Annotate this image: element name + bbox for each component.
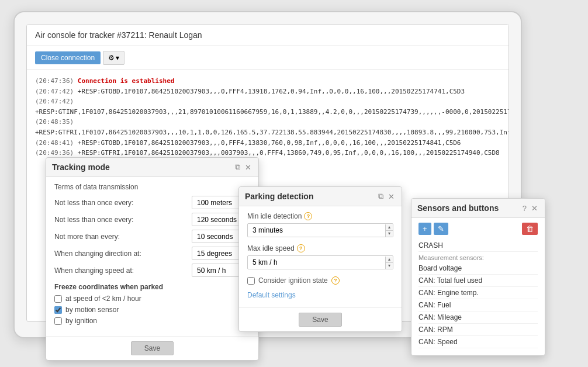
- freeze-motion-checkbox[interactable]: [54, 306, 62, 314]
- plus-icon: +: [423, 224, 427, 233]
- form-row-meters: Not less than once every: 100 meters ▴ ▾: [54, 196, 250, 209]
- max-speed-select[interactable]: 5 km / h ▴ ▾: [247, 255, 393, 269]
- sensors-title: Sensors and buttons: [417, 203, 499, 213]
- parking-footer: Save: [239, 307, 402, 331]
- settings-button[interactable]: ⚙ ▾: [103, 51, 124, 65]
- sensor-speed: CAN: Speed: [418, 336, 538, 348]
- seconds-max-value: 10 seconds: [192, 231, 242, 243]
- sensors-header: Sensors and buttons ? ✕: [411, 199, 545, 218]
- freeze-section: Freeze coordinates when parked at speed …: [54, 283, 250, 325]
- sensors-buttons-panel: Sensors and buttons ? ✕ + ✎ 🗑: [411, 198, 545, 356]
- parking-detection-panel: Parking detection ⧉ ✕ Min idle detection…: [238, 186, 402, 332]
- min-idle-value: 3 minutes: [248, 224, 385, 237]
- sensors-close-button[interactable]: ✕: [530, 204, 539, 213]
- console-line: (20:47:42) +RESP:GTOBD,1F0107,8642510200…: [35, 86, 500, 97]
- max-speed-help-icon[interactable]: ?: [297, 244, 305, 252]
- close-icon: ✕: [388, 192, 395, 201]
- parking-save-button[interactable]: Save: [299, 313, 341, 327]
- freeze-speed-checkbox[interactable]: [54, 295, 62, 303]
- tracking-mode-panel: Tracking mode ⧉ ✕ Terms of data transmis…: [46, 157, 259, 361]
- form-row-speed: When changing speed at: 50 km / h ▴ ▾: [54, 264, 250, 277]
- close-icon: ✕: [245, 163, 251, 172]
- form-label-meters: Not less than once every:: [54, 199, 192, 207]
- parking-copy-button[interactable]: ⧉: [377, 192, 385, 201]
- console-toolbar: Close connection ⚙ ▾: [27, 46, 509, 70]
- add-sensor-button[interactable]: +: [418, 223, 431, 235]
- tracking-mode-header: Tracking mode ⧉ ✕: [46, 158, 258, 177]
- sensors-toolbar: + ✎ 🗑: [418, 223, 538, 235]
- parking-close-button[interactable]: ✕: [387, 192, 396, 201]
- console-output: (20:47:36) Connection is established (20…: [27, 70, 509, 164]
- form-row-seconds-max: Not more than every: 10 seconds ▴ ▾: [54, 230, 250, 243]
- max-speed-label-row: Max idle speed ?: [247, 244, 393, 252]
- parking-detection-title: Parking detection: [245, 192, 313, 201]
- meters-value: 100 meters: [192, 197, 242, 209]
- form-row-seconds-min: Not less than once every: 120 seconds ▴ …: [54, 213, 250, 226]
- freeze-speed-label: at speed of <2 km / hour: [65, 295, 141, 303]
- degrees-value: 15 degrees: [192, 248, 242, 259]
- ignition-label: Consider ignition state: [258, 276, 328, 285]
- form-label-degrees: When changing direction at:: [54, 250, 192, 258]
- gear-icon: ⚙: [108, 54, 115, 62]
- ignition-help-icon[interactable]: ?: [331, 276, 340, 285]
- sensor-rpm: CAN: RPM: [418, 324, 538, 336]
- crash-item: CRASH: [418, 240, 538, 252]
- console-title: Air console for tracker #37211: Renault …: [27, 25, 509, 46]
- max-speed-label: Max idle speed: [247, 244, 295, 252]
- edit-sensor-button[interactable]: ✎: [434, 223, 448, 235]
- min-idle-label: Min idle detection: [247, 212, 302, 220]
- measurement-label: Measurement sensors:: [418, 252, 538, 262]
- sensors-body: + ✎ 🗑 CRASH Measurement sensors: Board v…: [411, 218, 545, 355]
- max-speed-value: 5 km / h: [248, 256, 385, 269]
- max-speed-spinner: ▴ ▾: [385, 257, 393, 269]
- chevron-down-icon: ▾: [116, 54, 119, 62]
- sensors-question-button[interactable]: ?: [521, 204, 528, 213]
- form-label-seconds-max: Not more than every:: [54, 233, 192, 241]
- close-connection-button[interactable]: Close connection: [35, 51, 101, 64]
- min-idle-select[interactable]: 3 minutes ▴ ▾: [247, 223, 393, 237]
- close-icon: ✕: [531, 204, 538, 213]
- sensor-mileage: CAN: Mileage: [418, 311, 538, 324]
- sensor-engine-temp: CAN: Engine temp.: [418, 287, 538, 299]
- max-speed-down[interactable]: ▾: [386, 263, 393, 269]
- max-speed-up[interactable]: ▴: [386, 257, 393, 263]
- close-panel-button[interactable]: ✕: [244, 162, 253, 172]
- tracking-mode-title: Tracking mode: [52, 162, 110, 172]
- freeze-option-motion: by motion sensor: [54, 306, 250, 314]
- sensor-fuel: CAN: Fuel: [418, 299, 538, 311]
- min-idle-help-icon[interactable]: ?: [304, 212, 312, 220]
- speed-value: 50 km / h: [192, 265, 242, 276]
- console-line: (20:47:42) +RESP:GTINF,1F0107,8642510200…: [35, 96, 500, 117]
- sensor-total-fuel: CAN: Total fuel used: [418, 275, 538, 287]
- tracking-save-button[interactable]: Save: [131, 341, 174, 355]
- parking-detection-header: Parking detection ⧉ ✕: [239, 187, 402, 206]
- freeze-label: Freeze coordinates when parked: [54, 283, 250, 291]
- console-line: (20:47:36) Connection is established: [35, 76, 500, 86]
- freeze-ignition-label: by ignition: [65, 317, 97, 325]
- min-idle-down[interactable]: ▾: [386, 231, 393, 237]
- panel-icon-group: ⧉ ✕: [234, 162, 253, 172]
- tracking-mode-footer: Save: [46, 336, 258, 360]
- freeze-ignition-checkbox[interactable]: [54, 317, 62, 325]
- ignition-row: Consider ignition state ?: [247, 276, 393, 285]
- console-line: (20:48:35) +RESP:GTFRI,1F0107,8642510200…: [35, 117, 500, 137]
- copy-icon: ⧉: [378, 192, 383, 200]
- min-idle-up[interactable]: ▴: [386, 224, 393, 231]
- ignition-checkbox[interactable]: [247, 277, 255, 285]
- copy-icon: ⧉: [235, 162, 240, 171]
- form-label-seconds-min: Not less than once every:: [54, 216, 192, 224]
- parking-detection-body: Min idle detection ? 3 minutes ▴ ▾ Max i…: [239, 206, 402, 307]
- parking-panel-icons: ⧉ ✕: [377, 192, 396, 201]
- freeze-option-speed: at speed of <2 km / hour: [54, 295, 250, 303]
- min-idle-spinner: ▴ ▾: [385, 224, 393, 237]
- copy-panel-button[interactable]: ⧉: [234, 162, 241, 172]
- sensors-panel-icons: ? ✕: [521, 204, 539, 213]
- question-icon: ?: [523, 204, 527, 213]
- min-idle-label-row: Min idle detection ?: [247, 212, 393, 220]
- form-label-speed: When changing speed at:: [54, 266, 192, 275]
- freeze-option-ignition: by ignition: [54, 317, 250, 325]
- delete-sensor-button[interactable]: 🗑: [522, 223, 538, 235]
- default-settings-link[interactable]: Default settings: [247, 291, 296, 299]
- pencil-icon: ✎: [438, 224, 444, 233]
- trash-icon: 🗑: [526, 224, 534, 233]
